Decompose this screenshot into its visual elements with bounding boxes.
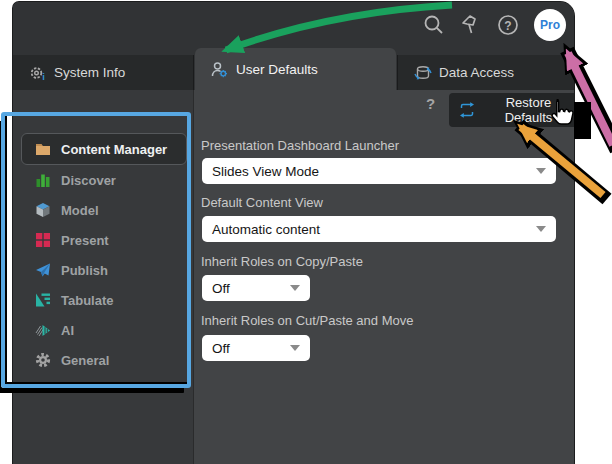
field-label-default-content-view: Default Content View bbox=[201, 195, 323, 210]
info-glyph: i bbox=[42, 70, 45, 81]
ai-triangle-icon bbox=[35, 322, 51, 338]
sidebar-item-label: Publish bbox=[61, 263, 108, 278]
help-glyph: ? bbox=[504, 18, 511, 32]
grid-icon bbox=[35, 232, 51, 248]
chevron-down-icon bbox=[290, 285, 300, 291]
database-sync-icon bbox=[414, 65, 430, 81]
sidebar-item-model[interactable]: Model bbox=[13, 195, 193, 225]
sidebar-item-publish[interactable]: Publish bbox=[13, 255, 193, 285]
tab-content: Content Manager Discover Model bbox=[13, 90, 574, 464]
settings-window: ? Pro i System Info User Defaults bbox=[13, 2, 574, 464]
bar-chart-icon bbox=[35, 172, 51, 188]
sidebar-item-discover[interactable]: Discover bbox=[13, 165, 193, 195]
field-label-presentation-dashboard-launcher: Presentation Dashboard Launcher bbox=[201, 138, 399, 153]
set-square-icon bbox=[35, 292, 51, 308]
pro-badge[interactable]: Pro bbox=[534, 9, 566, 41]
field-label-inherit-roles-copy-paste: Inherit Roles on Copy/Paste bbox=[201, 254, 363, 269]
field-label-inherit-roles-cut-paste-move: Inherit Roles on Cut/Paste and Move bbox=[201, 313, 413, 328]
sidebar-item-tabulate[interactable]: Tabulate bbox=[13, 285, 193, 315]
chevron-down-icon bbox=[290, 345, 300, 351]
panel-help-label[interactable]: ? bbox=[426, 95, 435, 112]
tab-system-info[interactable]: i System Info bbox=[13, 55, 194, 90]
tab-label: Data Access bbox=[439, 65, 514, 80]
top-bar-icons: ? Pro bbox=[423, 2, 566, 47]
folder-icon bbox=[35, 141, 51, 157]
gear-info-icon: i bbox=[29, 65, 45, 81]
dropdown-value: Off bbox=[212, 341, 230, 356]
chevron-down-icon bbox=[536, 168, 546, 174]
paper-plane-icon bbox=[35, 262, 51, 278]
help-icon[interactable]: ? bbox=[497, 14, 519, 36]
dropdown-value: Slides View Mode bbox=[212, 164, 319, 179]
sidebar-item-label: Discover bbox=[61, 173, 116, 188]
chevron-down-icon bbox=[536, 226, 546, 232]
tab-user-defaults[interactable]: User Defaults bbox=[195, 48, 396, 90]
cube-icon bbox=[35, 202, 51, 218]
screen: ? Pro i System Info User Defaults bbox=[0, 0, 612, 464]
dropdown-default-content-view[interactable]: Automatic content bbox=[202, 216, 556, 242]
restore-defaults-button[interactable]: Restore Defaults bbox=[449, 93, 574, 127]
dropdown-presentation-dashboard-launcher[interactable]: Slides View Mode bbox=[202, 158, 556, 184]
dropdown-value: Off bbox=[212, 281, 230, 296]
search-icon[interactable] bbox=[423, 14, 445, 36]
sidebar-item-content-manager[interactable]: Content Manager bbox=[21, 133, 187, 165]
tab-strip: i System Info User Defaults Data Access bbox=[13, 47, 574, 90]
restore-defaults-label: Restore Defaults bbox=[483, 95, 574, 125]
pin-icon[interactable] bbox=[460, 14, 482, 36]
cursor-shadow-block bbox=[574, 102, 591, 139]
restore-icon bbox=[458, 101, 476, 119]
pink-arrow bbox=[568, 53, 612, 145]
sidebar-item-label: Present bbox=[61, 233, 109, 248]
sidebar: Content Manager Discover Model bbox=[13, 90, 194, 464]
tab-label: User Defaults bbox=[236, 62, 318, 77]
user-gear-icon bbox=[211, 61, 227, 77]
dropdown-inherit-roles-cut-paste-move[interactable]: Off bbox=[202, 335, 310, 361]
top-bar: ? Pro bbox=[13, 2, 574, 47]
dropdown-value: Automatic content bbox=[212, 222, 320, 237]
sidebar-item-present[interactable]: Present bbox=[13, 225, 193, 255]
dropdown-inherit-roles-copy-paste[interactable]: Off bbox=[202, 275, 310, 301]
sidebar-item-label: General bbox=[61, 353, 109, 368]
tab-label: System Info bbox=[54, 65, 125, 80]
sidebar-item-label: Model bbox=[61, 203, 99, 218]
sidebar-item-ai[interactable]: AI bbox=[13, 315, 193, 345]
user-defaults-panel: ? Restore Defaults Presentation Dashboar… bbox=[194, 90, 574, 464]
gear-icon bbox=[35, 352, 51, 368]
sidebar-item-label: Tabulate bbox=[61, 293, 114, 308]
sidebar-item-general[interactable]: General bbox=[13, 345, 193, 375]
pro-badge-label: Pro bbox=[540, 18, 560, 32]
sidebar-item-label: Content Manager bbox=[61, 142, 167, 157]
tab-data-access[interactable]: Data Access bbox=[397, 55, 574, 90]
sidebar-item-label: AI bbox=[61, 323, 74, 338]
